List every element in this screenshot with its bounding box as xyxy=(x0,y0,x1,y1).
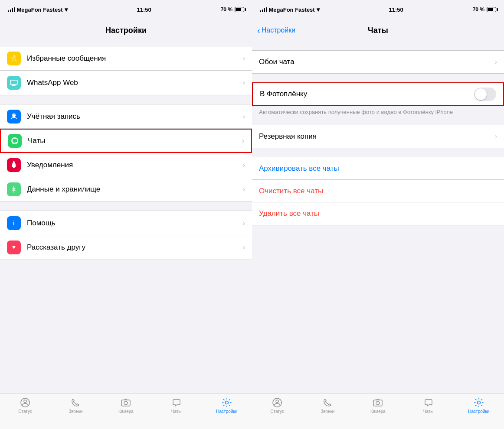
back-chevron-icon: ‹ xyxy=(257,26,260,35)
right-tab-bar: Статус Звонки Камера Чаты xyxy=(252,393,504,429)
sidebar-item-favorites[interactable]: ⭐ Избранные сообщения › xyxy=(0,46,252,71)
tab-settings-label: Настройки xyxy=(216,409,237,414)
rbar2 xyxy=(262,10,263,12)
svg-rect-13 xyxy=(121,400,130,406)
bar4 xyxy=(14,7,15,12)
right-tab-settings-label: Настройки xyxy=(468,409,489,414)
favorites-icon: ⭐ xyxy=(7,52,21,65)
left-page-title: Настройки xyxy=(105,26,147,35)
whatsapp-web-label: WhatsApp Web xyxy=(27,78,243,87)
back-label: Настройки xyxy=(262,26,295,34)
help-icon: i xyxy=(7,216,21,230)
tab-calls-label: Звонки xyxy=(69,409,82,414)
svg-point-17 xyxy=(276,400,278,403)
sidebar-item-account[interactable]: Учётная запись › xyxy=(0,104,252,129)
chats-chevron: › xyxy=(242,137,244,145)
rgap1 xyxy=(252,42,504,50)
right-battery: 70 % xyxy=(473,6,496,13)
right-battery-icon xyxy=(487,7,496,12)
delete-all-row[interactable]: Удалить все чаты xyxy=(252,202,504,225)
help-label: Помощь xyxy=(27,219,243,228)
svg-text:i: i xyxy=(13,220,15,227)
clear-all-row[interactable]: Очистить все чаты xyxy=(252,180,504,202)
tab-camera-label: Камера xyxy=(118,409,134,414)
chats-icon xyxy=(8,134,22,148)
sidebar-item-data[interactable]: Данные и хранилище › xyxy=(0,177,252,202)
svg-rect-0 xyxy=(10,80,17,84)
gap1 xyxy=(0,42,252,46)
svg-rect-4 xyxy=(13,114,15,117)
rgap2 xyxy=(252,74,504,82)
left-spacer xyxy=(0,260,252,393)
left-carrier-name: MegaFon Fastest xyxy=(17,6,63,13)
photo-roll-label: В Фотоплёнку xyxy=(260,90,474,98)
right-battery-fill xyxy=(488,8,493,11)
rgap4 xyxy=(252,148,504,157)
svg-rect-2 xyxy=(12,85,16,86)
sidebar-item-share[interactable]: ♥ Рассказать другу › xyxy=(0,235,252,260)
tab-calls[interactable]: Звонки xyxy=(62,397,88,414)
right-tab-status[interactable]: Статус xyxy=(264,397,290,414)
photo-roll-toggle[interactable] xyxy=(474,88,496,101)
favorites-label: Избранные сообщения xyxy=(27,54,243,63)
tab-camera[interactable]: Камера xyxy=(113,397,139,414)
notifications-chevron: › xyxy=(243,161,245,169)
rbar1 xyxy=(260,10,261,12)
bar3 xyxy=(12,8,13,12)
right-tab-camera[interactable]: Камера xyxy=(365,397,391,414)
battery-fill xyxy=(236,8,241,11)
whatsapp-web-chevron: › xyxy=(243,79,245,87)
data-chevron: › xyxy=(243,185,245,193)
right-tab-calls[interactable]: Звонки xyxy=(314,397,340,414)
settings-group-3: i Помощь › ♥ Рассказать другу › xyxy=(0,211,252,260)
right-tab-calls-label: Звонки xyxy=(321,409,334,414)
svg-text:♥: ♥ xyxy=(12,244,16,250)
tab-settings[interactable]: Настройки xyxy=(214,397,240,414)
archive-all-row[interactable]: Архивировать все чаты xyxy=(252,157,504,180)
svg-point-7 xyxy=(13,161,15,162)
clear-all-label: Очистить все чаты xyxy=(259,187,323,195)
left-status-bar: MegaFon Fastest ▾ 11:50 70 % xyxy=(0,0,252,19)
photo-roll-row[interactable]: В Фотоплёнку xyxy=(252,82,504,106)
right-battery-percent: 70 % xyxy=(473,6,484,13)
bar2 xyxy=(10,10,11,12)
right-carrier-signal: MegaFon Fastest ▾ xyxy=(260,6,320,13)
help-chevron: › xyxy=(243,219,245,227)
wallpaper-label: Обои чата xyxy=(259,58,495,66)
tab-chats-label: Чаты xyxy=(171,409,182,414)
notifications-label: Уведомления xyxy=(27,161,243,169)
sidebar-item-help[interactable]: i Помощь › xyxy=(0,211,252,235)
back-button[interactable]: ‹ Настройки xyxy=(257,26,295,35)
right-group-actions: Архивировать все чаты Очистить все чаты … xyxy=(252,157,504,225)
left-tab-bar: Статус Звонки Камера Чаты xyxy=(0,393,252,429)
archive-all-label: Архивировать все чаты xyxy=(259,164,339,173)
left-nav-header: Настройки xyxy=(0,19,252,42)
tab-chats[interactable]: Чаты xyxy=(164,397,190,414)
right-tab-chats[interactable]: Чаты xyxy=(416,397,442,414)
svg-rect-6 xyxy=(13,167,15,168)
account-icon xyxy=(7,110,21,124)
right-time: 11:50 xyxy=(389,6,403,13)
favorites-chevron: › xyxy=(243,55,245,62)
svg-point-19 xyxy=(376,401,380,405)
tab-status[interactable]: Статус xyxy=(12,397,38,414)
right-group-1: Обои чата › xyxy=(252,50,504,74)
photo-roll-description: Автоматически сохранять полученные фото … xyxy=(252,106,504,120)
tab-status-label: Статус xyxy=(18,409,32,414)
backup-label: Резервная копия xyxy=(259,132,495,141)
left-time: 11:50 xyxy=(137,6,151,13)
backup-row[interactable]: Резервная копия › xyxy=(252,125,504,148)
left-battery: 70 % xyxy=(221,6,244,13)
signal-bars-icon xyxy=(8,7,15,12)
wallpaper-chevron: › xyxy=(495,58,497,66)
sidebar-item-chats[interactable]: Чаты › xyxy=(0,129,252,153)
wallpaper-row[interactable]: Обои чата › xyxy=(252,51,504,73)
left-battery-percent: 70 % xyxy=(221,6,232,13)
sidebar-item-whatsapp-web[interactable]: WhatsApp Web › xyxy=(0,71,252,95)
account-label: Учётная запись xyxy=(27,112,243,121)
svg-point-15 xyxy=(225,401,228,404)
right-tab-settings[interactable]: Настройки xyxy=(466,397,492,414)
right-phone-panel: MegaFon Fastest ▾ 11:50 70 % ‹ Настройки… xyxy=(252,0,504,429)
sidebar-item-notifications[interactable]: Уведомления › xyxy=(0,153,252,177)
backup-chevron: › xyxy=(495,133,497,140)
